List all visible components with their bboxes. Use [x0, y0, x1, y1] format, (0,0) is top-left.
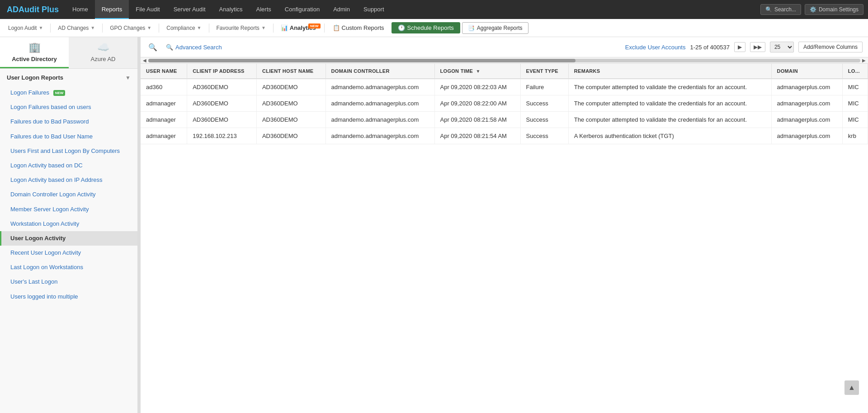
cell-event-type: Success: [520, 112, 568, 128]
cell-client-host: AD360DEMO: [256, 112, 326, 128]
cell-client-ip: AD360DEMO: [187, 95, 257, 112]
sidebar-item-member-server[interactable]: Member Server Logon Activity: [0, 202, 137, 217]
cell-client-host: AD360DEMO: [256, 128, 326, 144]
table-row: admanagerAD360DEMOAD360DEMOadmandemo.adm…: [141, 95, 868, 112]
cell-user-name: admanager: [141, 112, 187, 128]
sidebar-item-bad-username[interactable]: Failures due to Bad User Name: [0, 129, 137, 144]
nav-item-file-audit[interactable]: File Audit: [129, 0, 166, 19]
global-search[interactable]: 🔍 Search...: [760, 4, 801, 15]
col-header-client-host: CLIENT HOST NAME: [256, 64, 326, 79]
col-header-client-ip: CLIENT IP ADDRESS: [187, 64, 257, 79]
cell-domain-controller: admandemo.admanagerplus.com: [326, 128, 434, 144]
sidebar-item-last-logon-workstations[interactable]: Last Logon on Workstations: [0, 260, 137, 275]
nav-item-alerts[interactable]: Alerts: [250, 0, 278, 19]
ad-changes-button[interactable]: AD Changes ▼: [53, 23, 99, 33]
domain-settings-label: Domain Settings: [819, 6, 859, 13]
pagination-info: 1-25 of 400537: [690, 44, 729, 51]
cell-domain-controller: admandemo.admanagerplus.com: [326, 95, 434, 112]
nav-item-analytics[interactable]: Analytics: [212, 0, 250, 19]
cell-remarks: The computer attempted to validate the c…: [568, 95, 771, 112]
nav-item-reports[interactable]: Reports: [95, 0, 129, 19]
cell-domain: admanagerplus.com: [771, 95, 842, 112]
cell-user-name: admanager: [141, 128, 187, 144]
schedule-reports-button[interactable]: 🕐 Schedule Reports: [392, 22, 460, 33]
table-header-row: USER NAME CLIENT IP ADDRESS CLIENT HOST …: [141, 64, 868, 79]
main-area: 🏢 Active Directory ☁️ Azure AD User Logo…: [0, 37, 868, 413]
hscroll-left-button[interactable]: ◀: [143, 58, 146, 63]
favourite-reports-label: Favourite Reports: [217, 25, 259, 31]
sidebar-item-workstation-logon[interactable]: Workstation Logon Activity: [0, 217, 137, 231]
pagination-prev-button[interactable]: ▶: [734, 42, 745, 52]
custom-reports-button[interactable]: 📋 Custom Reports: [327, 23, 390, 33]
custom-reports-icon: 📋: [333, 24, 340, 31]
sidebar-item-bad-password[interactable]: Failures due to Bad Password: [0, 114, 137, 129]
scroll-to-top-button[interactable]: ▲: [844, 380, 859, 395]
sidebar-tab-active-directory[interactable]: 🏢 Active Directory: [0, 37, 69, 68]
col-header-domain: DOMAIN: [771, 64, 842, 79]
custom-reports-label: Custom Reports: [342, 24, 384, 31]
cell-log: MIC: [842, 112, 868, 128]
col-header-logon-time[interactable]: LOGON TIME ▼: [434, 64, 520, 79]
favourite-reports-button[interactable]: Favourite Reports ▼: [212, 23, 270, 33]
sidebar-tab-azure-ad[interactable]: ☁️ Azure AD: [69, 37, 137, 68]
col-header-log: LO...: [842, 64, 868, 79]
sidebar-item-recent-user-logon[interactable]: Recent User Logon Activity: [0, 246, 137, 260]
sidebar-item-logon-dc[interactable]: Logon Activity based on DC: [0, 158, 137, 173]
sidebar-item-user-logon-activity[interactable]: User Logon Activity: [0, 231, 137, 246]
search-icon: 🔍: [765, 6, 772, 13]
compliance-button[interactable]: Compliance ▼: [162, 23, 206, 33]
content-area: 🔍 🔍 Advanced Search Exclude User Account…: [141, 37, 868, 413]
nav-divider-2: [102, 24, 103, 33]
nav-item-home[interactable]: Home: [66, 0, 95, 19]
domain-settings-button[interactable]: ⚙️ Domain Settings: [805, 4, 863, 15]
cell-remarks: The computer attempted to validate the c…: [568, 79, 771, 95]
nav-item-server-audit[interactable]: Server Audit: [167, 0, 212, 19]
nav-item-configuration[interactable]: Configuration: [278, 0, 326, 19]
secondary-navigation: Logon Audit ▼ AD Changes ▼ GPO Changes ▼…: [0, 19, 868, 37]
hscroll-track[interactable]: [148, 59, 860, 62]
sidebar-item-dc-logon-activity[interactable]: Domain Controller Logon Activity: [0, 187, 137, 202]
per-page-select[interactable]: 25 50 100: [770, 42, 794, 52]
search-icon-button[interactable]: 🔍: [146, 42, 160, 52]
add-remove-columns-button[interactable]: Add/Remove Columns: [798, 42, 863, 52]
hscroll-right-button[interactable]: ▶: [862, 58, 866, 63]
nav-divider-3: [159, 24, 159, 33]
cell-remarks: A Kerberos authentication ticket (TGT): [568, 128, 771, 144]
advanced-search-button[interactable]: 🔍 Advanced Search: [163, 42, 225, 52]
gpo-changes-caret: ▼: [147, 25, 151, 30]
aggregate-reports-button[interactable]: 📑 Aggregate Reports: [462, 22, 528, 34]
sidebar-resizer[interactable]: [138, 37, 141, 413]
gpo-changes-button[interactable]: GPO Changes ▼: [105, 23, 156, 33]
exclude-user-accounts-button[interactable]: Exclude User Accounts: [625, 44, 686, 51]
sidebar-item-logon-ip[interactable]: Logon Activity based on IP Address: [0, 173, 137, 187]
logon-audit-button[interactable]: Logon Audit ▼: [4, 23, 47, 33]
sidebar-item-logon-failures-users[interactable]: Logon Failures based on users: [0, 100, 137, 114]
chart-icon: 📊: [281, 24, 288, 31]
sidebar-item-first-last-logon[interactable]: Users First and Last Logon By Computers: [0, 144, 137, 158]
data-table-wrapper: USER NAME CLIENT IP ADDRESS CLIENT HOST …: [141, 64, 868, 413]
azure-ad-tab-label: Azure AD: [91, 56, 116, 62]
compliance-caret: ▼: [197, 25, 202, 30]
nav-item-admin[interactable]: Admin: [326, 0, 357, 19]
cell-logon-time: Apr 09,2020 08:21:54 AM: [434, 128, 520, 144]
sidebar-item-users-last-logon[interactable]: User's Last Logon: [0, 275, 137, 289]
pagination-last-button[interactable]: ▶▶: [750, 42, 765, 52]
analytics-button[interactable]: NEW 📊 Analytics: [276, 23, 321, 33]
content-toolbar: 🔍 🔍 Advanced Search Exclude User Account…: [141, 37, 868, 57]
gear-icon: ⚙️: [810, 6, 816, 13]
sidebar-item-logon-failures[interactable]: Logon Failures NEW: [0, 85, 137, 100]
nav-item-support[interactable]: Support: [357, 0, 391, 19]
active-directory-tab-label: Active Directory: [12, 56, 57, 62]
building-icon: 🏢: [28, 42, 41, 53]
nav-divider-1: [50, 24, 51, 33]
sidebar-item-users-logged-multiple[interactable]: Users logged into multiple: [0, 290, 137, 304]
schedule-reports-label: Schedule Reports: [407, 24, 454, 31]
sidebar-tabs: 🏢 Active Directory ☁️ Azure AD: [0, 37, 137, 69]
cell-domain-controller: admandemo.admanagerplus.com: [326, 79, 434, 95]
col-header-event-type: EVENT TYPE: [520, 64, 568, 79]
nav-divider-5: [273, 24, 274, 33]
search-icon-small: 🔍: [166, 44, 173, 51]
sidebar-section-header[interactable]: User Logon Reports ▼: [0, 69, 137, 85]
table-row: admanager192.168.102.213AD360DEMOadmande…: [141, 128, 868, 144]
data-table: USER NAME CLIENT IP ADDRESS CLIENT HOST …: [141, 64, 868, 144]
